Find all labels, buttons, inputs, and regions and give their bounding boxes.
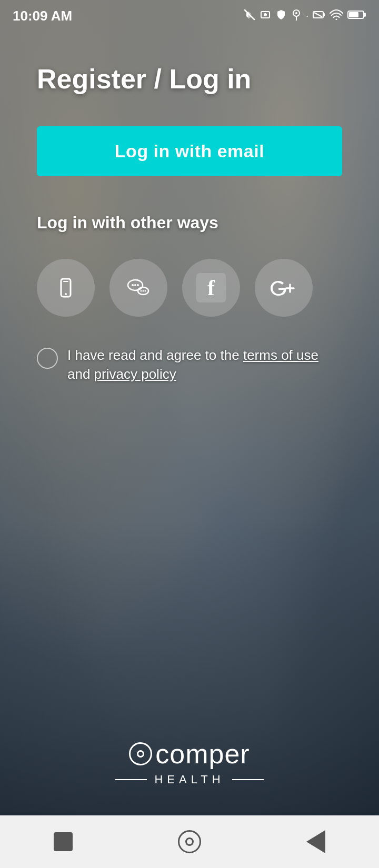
terms-of-use-link[interactable]: terms of use [243, 347, 318, 363]
svg-point-19 [137, 284, 139, 286]
terms-row: I have read and agree to the terms of us… [37, 346, 342, 384]
wifi-icon [330, 9, 343, 23]
svg-point-21 [141, 290, 142, 292]
recents-button[interactable] [45, 823, 82, 860]
screenshot-icon [260, 9, 271, 23]
recents-icon [54, 832, 73, 851]
brand-logo: comper HEALTH [111, 738, 268, 786]
main-content: Register / Log in Log in with email Log … [0, 32, 379, 384]
svg-rect-14 [63, 281, 68, 282]
status-icons: · [244, 9, 366, 23]
logo-subtitle: HEALTH [154, 773, 224, 786]
logo-line-right [232, 779, 264, 780]
shield-icon [275, 9, 287, 23]
home-icon [178, 830, 201, 853]
svg-point-15 [65, 293, 67, 295]
svg-rect-11 [349, 12, 358, 17]
facebook-icon: f [196, 273, 226, 302]
navigation-bar [0, 815, 379, 868]
location-icon [291, 9, 302, 23]
status-time: 10:09 AM [13, 8, 72, 24]
terms-checkbox[interactable] [37, 348, 58, 369]
back-button[interactable] [297, 823, 334, 860]
other-ways-label: Log in with other ways [37, 213, 342, 233]
status-bar: 10:09 AM [0, 0, 379, 32]
facebook-login-button[interactable]: f [182, 259, 240, 317]
terms-text: I have read and agree to the terms of us… [67, 346, 342, 384]
mute-icon [244, 9, 255, 23]
login-email-button[interactable]: Log in with email [37, 126, 342, 176]
logo-line-left [115, 779, 147, 780]
privacy-policy-link[interactable]: privacy policy [94, 366, 176, 382]
home-button[interactable] [171, 823, 208, 860]
logo-subtitle-row: HEALTH [111, 773, 268, 786]
svg-point-2 [264, 13, 267, 16]
battery-cancel-icon [313, 10, 325, 22]
svg-point-18 [134, 284, 136, 286]
logo-wordmark: comper [111, 738, 268, 770]
svg-line-8 [314, 13, 322, 17]
home-icon-inner [185, 837, 194, 846]
svg-point-4 [295, 12, 297, 14]
phone-login-button[interactable] [37, 259, 95, 317]
svg-point-23 [145, 290, 146, 292]
googleplus-login-button[interactable] [255, 259, 313, 317]
dot-indicator: · [306, 11, 308, 22]
wechat-login-button[interactable] [109, 259, 167, 317]
social-icons-row: f [37, 259, 342, 317]
svg-point-17 [132, 284, 134, 286]
logo-circle-inner [137, 750, 144, 758]
svg-rect-7 [323, 13, 325, 16]
svg-rect-12 [364, 13, 366, 17]
logo-circle-icon [129, 742, 152, 765]
svg-point-22 [143, 290, 144, 292]
battery-icon [347, 10, 366, 22]
phone-icon [55, 277, 77, 299]
svg-point-9 [336, 18, 337, 20]
googleplus-icon [270, 278, 297, 297]
back-icon [306, 830, 325, 853]
logo-name: comper [155, 738, 250, 770]
page-title: Register / Log in [37, 63, 342, 95]
wechat-icon [126, 277, 151, 299]
